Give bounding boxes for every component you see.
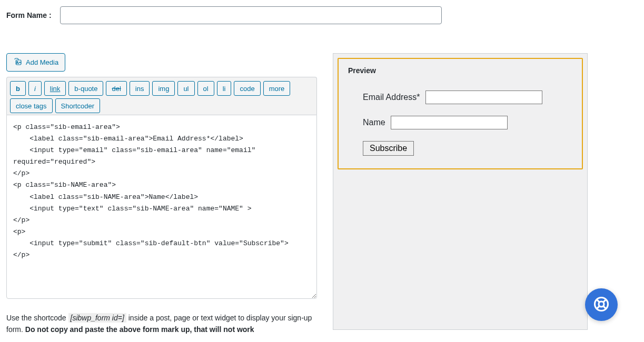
form-name-input[interactable] [60, 6, 442, 24]
preview-email-label: Email Address* [363, 93, 420, 102]
preview-box: Preview Email Address* Name Subscribe [338, 58, 583, 169]
toolbar-bold-button[interactable]: b [10, 81, 26, 96]
toolbar-ins-button[interactable]: ins [130, 81, 150, 96]
toolbar-code-button[interactable]: code [234, 81, 260, 96]
form-markup-editor[interactable] [6, 115, 317, 299]
preview-title: Preview [348, 66, 572, 75]
svg-point-2 [599, 301, 604, 307]
toolbar-closetags-button[interactable]: close tags [10, 98, 53, 113]
media-icon [13, 57, 23, 68]
toolbar-ul-button[interactable]: ul [177, 81, 194, 96]
toolbar-bquote-button[interactable]: b-quote [68, 81, 103, 96]
lifebuoy-icon [593, 296, 609, 314]
form-name-label: Form Name : [6, 11, 52, 19]
toolbar-shortcoder-button[interactable]: Shortcoder [55, 98, 101, 113]
preview-email-input[interactable] [425, 90, 542, 104]
toolbar-link-button[interactable]: link [44, 81, 66, 96]
preview-subscribe-button[interactable]: Subscribe [363, 141, 414, 156]
toolbar-del-button[interactable]: del [106, 81, 126, 96]
toolbar-img-button[interactable]: img [152, 81, 175, 96]
toolbar-italic-button[interactable]: i [28, 81, 42, 96]
toolbar-more-button[interactable]: more [263, 81, 291, 96]
preview-panel: Preview Email Address* Name Subscribe [333, 53, 588, 330]
shortcode-hint: Use the shortcode [sibwp_form id=] insid… [6, 312, 317, 336]
editor-toolbar: b i link b-quote del ins img ul ol li co… [6, 77, 317, 115]
preview-name-input[interactable] [391, 116, 508, 129]
add-media-button[interactable]: Add Media [6, 53, 65, 72]
shortcode-text: [sibwp_form id=] [68, 313, 126, 323]
add-media-label: Add Media [26, 58, 58, 66]
toolbar-li-button[interactable]: li [217, 81, 232, 96]
toolbar-ol-button[interactable]: ol [197, 81, 214, 96]
preview-name-label: Name [363, 118, 385, 127]
help-fab-button[interactable] [585, 288, 618, 321]
